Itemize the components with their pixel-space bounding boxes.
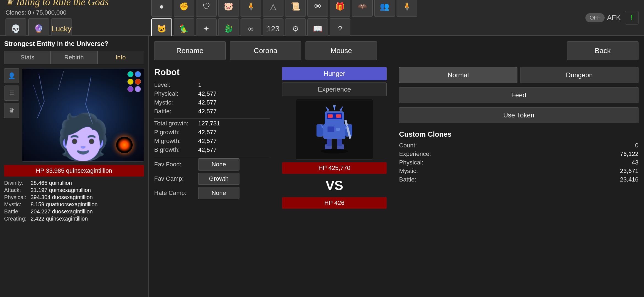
pet-mystic-value: 42,577	[198, 99, 217, 106]
toggle-switch[interactable]: OFF	[585, 13, 605, 22]
gem-yellow	[127, 79, 133, 85]
light-icon-btn[interactable]: ●	[151, 0, 172, 17]
figure-icon-btn[interactable]: 🧍	[397, 0, 417, 17]
pet-name: Robot	[154, 67, 270, 77]
svg-rect-20	[336, 114, 341, 118]
battle-section: Hunger Experience	[277, 67, 392, 209]
clone-count-value: 0	[635, 142, 638, 149]
wings-icon-btn[interactable]: 🦇	[352, 0, 373, 17]
clones-info: Clones: 0 / 75,000,000	[6, 9, 143, 16]
physical-label: Physical:	[4, 194, 26, 200]
afk-toggle-area: OFF AFK	[585, 13, 621, 22]
clone-count-row: Count: 0	[399, 142, 638, 149]
toggle-state: OFF	[590, 15, 601, 21]
crown-btn[interactable]: ♛	[4, 103, 19, 118]
m-growth-label: M growth:	[154, 138, 198, 145]
attack-value: 21.197 quinsexagintillion	[31, 187, 144, 193]
game-title: ♛ Idling to Rule the Gods	[6, 0, 143, 8]
svg-marker-22	[339, 106, 343, 111]
pet-hp-bar: HP 425,770	[282, 162, 387, 174]
clone-battle-value: 23,416	[620, 176, 638, 183]
back-btn[interactable]: Back	[567, 41, 638, 60]
clone-exp-label: Experience:	[399, 150, 431, 158]
use-token-btn[interactable]: Use Token	[399, 107, 638, 123]
afk-label: AFK	[607, 13, 621, 22]
pet-battle-label: Battle:	[154, 108, 198, 115]
m-growth-value: 42,577	[198, 138, 217, 145]
clone-battle-row: Battle: 23,416	[399, 176, 638, 183]
svg-rect-12	[328, 127, 334, 132]
clones-value: 0 / 75,000,000	[28, 9, 67, 16]
normal-mode-btn[interactable]: Normal	[399, 67, 517, 83]
eye-icon-btn[interactable]: 👁	[307, 0, 328, 17]
panel-title: Strongest Entity in the Universe?	[4, 40, 144, 48]
total-growth-label: Total growth:	[154, 120, 198, 127]
svg-marker-21	[326, 106, 329, 111]
fav-camp-row: Fav Camp: Growth	[154, 173, 270, 185]
pig-icon-btn[interactable]: 🐷	[218, 0, 239, 17]
hate-camp-label: Hate Camp:	[154, 189, 198, 197]
char-figure: 🧑	[56, 115, 111, 159]
avatar-btn[interactable]: 👤	[4, 68, 19, 83]
total-growth-value: 127,731	[198, 120, 220, 127]
fav-food-row: Fav Food: None	[154, 158, 270, 170]
food-divider	[154, 157, 270, 157]
attack-label: Attack:	[4, 187, 26, 193]
shield-icon-btn[interactable]: 🛡	[196, 0, 217, 17]
pet-battle-value: 42,577	[198, 108, 217, 115]
total-growth-row: Total growth: 127,731	[154, 120, 270, 127]
notification-btn[interactable]: !	[625, 11, 638, 24]
tab-info[interactable]: Info	[97, 51, 144, 64]
dungeon-mode-btn[interactable]: Dungeon	[520, 67, 638, 83]
b-growth-label: B growth:	[154, 146, 198, 153]
clone-phys-label: Physical:	[399, 159, 423, 166]
hate-camp-row: Hate Camp: None	[154, 187, 270, 199]
mouse-btn[interactable]: Mouse	[305, 41, 377, 60]
hunger-bar-container: Hunger	[282, 67, 387, 80]
menu-btn[interactable]: ☰	[4, 86, 19, 101]
battle-mode-row: Normal Dungeon	[399, 67, 638, 83]
b-growth-value: 42,577	[198, 146, 217, 153]
gem-teal	[127, 71, 133, 77]
clone-myst-row: Mystic: 23,671	[399, 167, 638, 175]
creating-value: 2.422 quinsexagintillion	[31, 216, 144, 222]
mystic-label: Mystic:	[4, 201, 26, 208]
left-panel: Strongest Entity in the Universe? Stats …	[0, 36, 149, 297]
pet-physical-row: Physical: 42,577	[154, 90, 270, 97]
clone-exp-row: Experience: 76,122	[399, 150, 638, 158]
corona-btn[interactable]: Corona	[230, 41, 301, 60]
scroll-icon-btn[interactable]: 📜	[285, 0, 306, 17]
p-growth-row: P growth: 42,577	[154, 129, 270, 136]
hate-camp-btn[interactable]: None	[198, 187, 239, 199]
top-bar: ♛ Idling to Rule the Gods Clones: 0 / 75…	[0, 0, 644, 36]
tab-stats[interactable]: Stats	[4, 51, 51, 64]
creating-label: Creating:	[4, 216, 26, 222]
feed-btn[interactable]: Feed	[399, 87, 638, 103]
rename-btn[interactable]: Rename	[154, 41, 226, 60]
person-icon-btn[interactable]: 🧍	[241, 0, 261, 17]
m-growth-row: M growth: 42,577	[154, 138, 270, 145]
people-icon-btn[interactable]: 👥	[374, 0, 395, 17]
fist-icon-btn[interactable]: ✊	[174, 0, 194, 17]
clones-label: Clones:	[6, 9, 26, 16]
fav-camp-label: Fav Camp:	[154, 175, 198, 182]
pet-physical-value: 42,577	[198, 90, 217, 97]
fav-camp-btn[interactable]: Growth	[198, 173, 239, 185]
b-growth-row: B growth: 42,577	[154, 146, 270, 153]
hunger-bar: Hunger	[282, 67, 387, 80]
chest-icon-btn[interactable]: 🎁	[330, 0, 350, 17]
gem-purple	[127, 86, 133, 92]
stats-grid: Divinity: 28.465 quintillion Attack: 21.…	[4, 180, 144, 222]
fav-food-btn[interactable]: None	[198, 158, 239, 170]
pet-mystic-row: Mystic: 42,577	[154, 99, 270, 106]
tab-rebirth[interactable]: Rebirth	[51, 51, 97, 64]
fav-food-label: Fav Food:	[154, 161, 198, 168]
growth-divider	[154, 118, 270, 119]
physical-value: 394.304 duosexagintillion	[31, 194, 144, 200]
svg-rect-19	[328, 114, 333, 118]
pet-sprite-container	[312, 105, 356, 154]
custom-clones-title: Custom Clones	[399, 130, 638, 139]
pet-section: Robot Level: 1 Physical: 42,577 Mystic: …	[154, 67, 270, 209]
svg-rect-13	[336, 128, 340, 131]
pyramid-icon-btn[interactable]: △	[263, 0, 283, 17]
